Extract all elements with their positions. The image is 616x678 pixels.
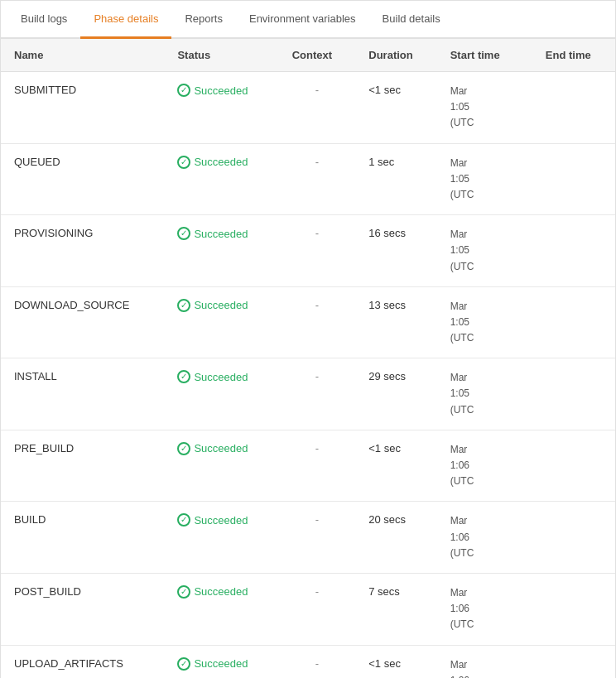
phase-context: - bbox=[279, 143, 356, 215]
succeeded-icon bbox=[177, 442, 190, 455]
status-text: Succeeded bbox=[194, 585, 248, 598]
phase-end-time bbox=[532, 286, 615, 358]
col-end-time: End time bbox=[532, 39, 615, 72]
phase-name: PROVISIONING bbox=[1, 215, 164, 287]
table-row: UPLOAD_ARTIFACTSSucceeded-<1 secMar 1:06… bbox=[1, 645, 615, 678]
phase-context: - bbox=[279, 645, 356, 678]
phase-duration: 13 secs bbox=[355, 286, 436, 358]
phase-start-time: Mar 1:06 (UTC bbox=[437, 573, 532, 645]
phase-status: Succeeded bbox=[164, 143, 278, 215]
succeeded-icon bbox=[177, 585, 190, 599]
phase-duration: 7 secs bbox=[355, 573, 436, 645]
succeeded-icon bbox=[177, 370, 190, 383]
table-row: DOWNLOAD_SOURCESucceeded-13 secsMar 1:05… bbox=[1, 286, 615, 358]
phase-end-time bbox=[532, 143, 615, 215]
phase-name: BUILD bbox=[1, 502, 164, 574]
phase-name: DOWNLOAD_SOURCE bbox=[1, 286, 164, 358]
table-header-row: Name Status Context Duration Start time … bbox=[1, 39, 615, 72]
phase-end-time bbox=[532, 573, 615, 645]
phase-status: Succeeded bbox=[164, 430, 278, 502]
table-row: SUBMITTEDSucceeded-<1 secMar 1:05 (UTC bbox=[1, 72, 615, 144]
col-status: Status bbox=[164, 39, 278, 72]
phase-start-time: Mar 1:05 (UTC bbox=[437, 215, 532, 287]
succeeded-icon bbox=[177, 84, 190, 97]
col-duration: Duration bbox=[355, 39, 436, 72]
succeeded-icon bbox=[177, 657, 190, 671]
status-text: Succeeded bbox=[194, 371, 248, 383]
tab-environment-variables[interactable]: Environment variables bbox=[236, 1, 369, 39]
succeeded-icon bbox=[177, 156, 190, 169]
table-row: PRE_BUILDSucceeded-<1 secMar 1:06 (UTC bbox=[1, 430, 615, 502]
phase-status: Succeeded bbox=[164, 358, 278, 430]
phase-end-time bbox=[532, 358, 615, 430]
table-row: POST_BUILDSucceeded-7 secsMar 1:06 (UTC bbox=[1, 573, 615, 645]
phase-duration: <1 sec bbox=[355, 430, 436, 502]
col-context: Context bbox=[279, 39, 356, 72]
tab-reports[interactable]: Reports bbox=[171, 1, 236, 39]
phase-context: - bbox=[279, 502, 356, 574]
status-text: Succeeded bbox=[194, 299, 248, 311]
phase-end-time bbox=[532, 72, 615, 144]
phase-context: - bbox=[279, 286, 356, 358]
phase-end-time bbox=[532, 215, 615, 287]
phase-name: PRE_BUILD bbox=[1, 430, 164, 502]
table-row: QUEUEDSucceeded-1 secMar 1:05 (UTC bbox=[1, 143, 615, 215]
table-row: INSTALLSucceeded-29 secsMar 1:05 (UTC bbox=[1, 358, 615, 430]
status-text: Succeeded bbox=[194, 442, 248, 454]
phase-name: SUBMITTED bbox=[1, 72, 164, 144]
phase-end-time bbox=[532, 502, 615, 574]
tab-build-logs[interactable]: Build logs bbox=[7, 1, 80, 39]
phase-status: Succeeded bbox=[164, 72, 278, 144]
table-container: Name Status Context Duration Start time … bbox=[1, 39, 615, 678]
status-text: Succeeded bbox=[194, 84, 248, 97]
phase-name: UPLOAD_ARTIFACTS bbox=[1, 645, 164, 678]
tab-build-details[interactable]: Build details bbox=[369, 1, 454, 39]
phase-start-time: Mar 1:05 (UTC bbox=[437, 286, 532, 358]
phase-context: - bbox=[279, 215, 356, 287]
phase-start-time: Mar 1:06 (UTC bbox=[437, 645, 532, 678]
table-row: BUILDSucceeded-20 secsMar 1:06 (UTC bbox=[1, 502, 615, 574]
table-row: PROVISIONINGSucceeded-16 secsMar 1:05 (U… bbox=[1, 215, 615, 287]
phase-duration: <1 sec bbox=[355, 72, 436, 144]
succeeded-icon bbox=[177, 227, 190, 240]
phase-duration: 29 secs bbox=[355, 358, 436, 430]
phase-status: Succeeded bbox=[164, 215, 278, 287]
phase-duration: 16 secs bbox=[355, 215, 436, 287]
phase-context: - bbox=[279, 430, 356, 502]
phase-status: Succeeded bbox=[164, 502, 278, 574]
succeeded-icon bbox=[177, 513, 190, 527]
succeeded-icon bbox=[177, 299, 190, 312]
phase-start-time: Mar 1:05 (UTC bbox=[437, 72, 532, 144]
phase-end-time bbox=[532, 430, 615, 502]
phase-duration: 1 sec bbox=[355, 143, 436, 215]
phase-duration: 20 secs bbox=[355, 502, 436, 574]
phase-name: POST_BUILD bbox=[1, 573, 164, 645]
phase-name: QUEUED bbox=[1, 143, 164, 215]
phase-table: Name Status Context Duration Start time … bbox=[1, 39, 615, 678]
status-text: Succeeded bbox=[194, 514, 248, 527]
tab-bar: Build logs Phase details Reports Environ… bbox=[1, 1, 615, 39]
phase-status: Succeeded bbox=[164, 573, 278, 645]
phase-status: Succeeded bbox=[164, 645, 278, 678]
status-text: Succeeded bbox=[194, 228, 248, 240]
phase-start-time: Mar 1:06 (UTC bbox=[437, 502, 532, 574]
phase-start-time: Mar 1:05 (UTC bbox=[437, 143, 532, 215]
main-container: Build logs Phase details Reports Environ… bbox=[0, 0, 616, 678]
col-start-time: Start time bbox=[437, 39, 532, 72]
tab-phase-details[interactable]: Phase details bbox=[80, 1, 171, 39]
phase-start-time: Mar 1:06 (UTC bbox=[437, 430, 532, 502]
phase-context: - bbox=[279, 573, 356, 645]
phase-status: Succeeded bbox=[164, 286, 278, 358]
status-text: Succeeded bbox=[194, 156, 248, 168]
phase-end-time bbox=[532, 645, 615, 678]
phase-duration: <1 sec bbox=[355, 645, 436, 678]
status-text: Succeeded bbox=[194, 657, 248, 670]
phase-start-time: Mar 1:05 (UTC bbox=[437, 358, 532, 430]
col-name: Name bbox=[1, 39, 164, 72]
phase-context: - bbox=[279, 72, 356, 144]
phase-name: INSTALL bbox=[1, 358, 164, 430]
phase-context: - bbox=[279, 358, 356, 430]
